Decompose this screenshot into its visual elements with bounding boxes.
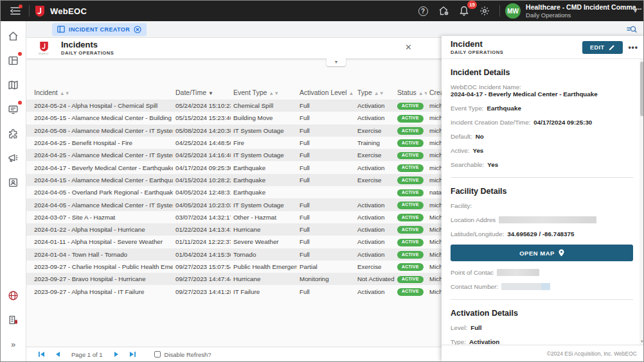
cell-event-type: Hurricane <box>231 273 297 285</box>
cell-name: 2024-04-05 - Overland Park Regional - Ea… <box>26 186 173 198</box>
help-icon: ? <box>418 6 428 16</box>
contact-number-redacted-value <box>501 283 550 290</box>
table-row[interactable]: 2024-03-07 - Site A - Hazmat03/07/2024 1… <box>26 211 442 223</box>
table-row[interactable]: 2023-09-27 - Alpha Hospital - IT Failure… <box>26 285 442 297</box>
cell-type: Exercise <box>355 261 395 273</box>
point-of-contact-field: Point of Contac <box>451 269 633 276</box>
cell-type: Activation <box>355 198 395 211</box>
column-header-activation-level[interactable]: Activation Level▲▼ <box>297 86 355 99</box>
sidebar-item-globe-red[interactable]: > <box>4 286 22 305</box>
table-row[interactable]: 2023-09-27 - Charlie Hospital - Public H… <box>26 261 442 273</box>
previous-page-button[interactable] <box>51 349 65 359</box>
board-logo: WebEOC <box>35 41 52 55</box>
table-row[interactable]: 2024-01-04 - Town Hall - Tornado01/04/20… <box>26 248 442 261</box>
table-row[interactable]: 2024-04-05 - Alamance Medical Center - I… <box>26 198 442 211</box>
table-row[interactable]: 2024-05-24 - Alpha Hospital - Chemical S… <box>26 99 442 112</box>
cell-activation-level: Full <box>297 137 355 149</box>
disable-refresh-toggle[interactable]: Disable Refresh? <box>154 351 211 358</box>
column-label: Crea <box>429 89 442 96</box>
column-header-incident[interactable]: Incident▲▼ <box>26 86 173 99</box>
sort-icon: ▲▼ <box>349 90 355 96</box>
table-row[interactable]: 2024-05-08 - Alamance Medical Center - I… <box>26 125 442 137</box>
avatar: MW <box>505 3 521 19</box>
panel-scrollbar-thumb[interactable] <box>640 62 644 116</box>
home-icon: > <box>8 31 19 42</box>
close-circle-icon[interactable] <box>134 26 141 33</box>
cell-event-type: Building Move <box>231 112 297 124</box>
cell-activation-level: Full <box>297 112 355 124</box>
edit-button[interactable]: EDIT <box>582 41 623 54</box>
brand[interactable]: WebEOC <box>35 5 87 17</box>
disable-refresh-checkbox[interactable] <box>154 351 161 358</box>
field-row: Incident Creation Date/Time:04/17/2024 0… <box>451 119 633 126</box>
sidebar-item-org-chart[interactable] <box>4 310 22 329</box>
cell-datetime: 05/08/2024 14:20:38 <box>173 125 231 137</box>
sidebar-item-contacts[interactable]: > <box>4 173 22 192</box>
sidebar-item-megaphone[interactable]: > <box>4 148 22 168</box>
help-button[interactable]: ? <box>413 1 433 21</box>
cell-name: 2023-09-27 - Alpha Hospital - IT Failure <box>26 285 173 297</box>
cell-created-by: micha <box>427 174 442 186</box>
home-settings-button[interactable] <box>434 1 453 21</box>
column-header-date-time[interactable]: Date/Time▼ <box>173 86 231 99</box>
incident-detail-panel: Incident DAILY OPERATIONS EDIT ••• Incid… <box>442 36 644 361</box>
account-menu[interactable]: MW Healthcare - CMD Incident Comma... Da… <box>505 3 638 19</box>
chevron-down-icon: ▼ <box>632 8 638 14</box>
more-options-button[interactable]: ••• <box>628 43 638 52</box>
cell-activation-level: Full <box>297 125 355 137</box>
cell-type: Activation <box>355 99 395 112</box>
table-row[interactable]: 2024-05-15 - Alamance Medical Center - B… <box>26 112 442 124</box>
cell-event-type: IT Failure <box>231 285 297 297</box>
table-row[interactable]: 2024-01-22 - Alpha Hospital - Hurricane0… <box>26 223 442 236</box>
status-badge: ACTIVE <box>397 251 424 259</box>
cell-activation-level: Full <box>297 99 355 112</box>
scroll-down-icon[interactable]: ▼ <box>640 340 644 343</box>
cell-activation-level: Full <box>297 211 355 223</box>
table-row[interactable]: 2024-01-11 - Alpha Hospital - Severe Wea… <box>26 236 442 248</box>
cell-status: ACTIVE <box>395 236 427 248</box>
cell-created-by: micha <box>427 161 442 173</box>
table-row[interactable]: 2024-04-25 - Alamance Medical Center - I… <box>26 149 442 161</box>
cell-datetime: 01/22/2024 14:13:41 <box>173 223 231 236</box>
cell-activation-level: Full <box>297 236 355 248</box>
sort-icon: ▲▼ <box>374 90 384 96</box>
panel-scrollbar[interactable]: ▼ <box>640 59 644 345</box>
notifications-button[interactable]: 15 <box>454 1 474 21</box>
cell-datetime: 04/15/2024 10:28:22 <box>173 174 231 186</box>
tab-incident-creator[interactable]: INCIDENT CREATOR <box>52 23 147 36</box>
settings-button[interactable] <box>475 1 494 21</box>
next-page-button[interactable] <box>109 349 123 359</box>
sidebar-item-boards[interactable]: > <box>4 51 22 70</box>
sidebar-item-home[interactable]: > <box>4 26 22 46</box>
last-page-button[interactable] <box>126 349 140 359</box>
sidebar-expand-button[interactable]: » <box>4 334 22 354</box>
first-page-button[interactable] <box>34 349 48 359</box>
cell-status: ACTIVE <box>395 223 427 236</box>
table-row[interactable]: 2023-09-27 - Bravo Hospital - Hurricane0… <box>26 273 442 285</box>
column-header-type[interactable]: Type▲▼ <box>355 86 395 99</box>
latlong-value: 34.695629 / -86.748375 <box>507 230 574 237</box>
sidebar-item-messages[interactable]: > <box>4 99 22 119</box>
table-row[interactable]: 2024-04-25 - Benefit Hospital - Fire04/2… <box>26 137 442 149</box>
table-row[interactable]: 2024-04-17 - Beverly Medical Center - Ea… <box>26 161 442 173</box>
table-row[interactable]: 2024-04-15 - Alamance Medical Center - E… <box>26 174 442 186</box>
table-row[interactable]: 2024-04-05 - Overland Park Regional - Ea… <box>26 186 442 198</box>
menu-toggle-button[interactable] <box>6 1 25 21</box>
cell-datetime: 04/05/2024 10:23:03 <box>173 198 231 211</box>
section-divider <box>451 177 633 178</box>
column-header-status[interactable]: Status▲▼ <box>395 86 427 99</box>
collapse-filters-button[interactable]: ▾ <box>326 58 346 66</box>
open-map-button[interactable]: OPEN MAP <box>451 245 633 261</box>
board-search-button[interactable] <box>627 25 637 34</box>
column-header-event-type[interactable]: Event Type▲▼ <box>231 86 297 99</box>
sidebar-item-plugins[interactable] <box>4 124 22 143</box>
status-badge: ACTIVE <box>397 139 424 147</box>
column-label: Date/Time <box>175 89 206 96</box>
field-row: Default:No <box>451 133 633 140</box>
status-badge: ACTIVE <box>397 152 424 160</box>
sidebar-item-map[interactable]: > <box>4 75 22 94</box>
field-value: Full <box>470 324 481 331</box>
board-close-icon[interactable]: ✕ <box>405 43 412 51</box>
panel-header: Incident DAILY OPERATIONS EDIT ••• <box>442 36 644 59</box>
panel-footer: ©2024 ESi Acquisition, Inc. WebEOC <box>442 345 644 361</box>
